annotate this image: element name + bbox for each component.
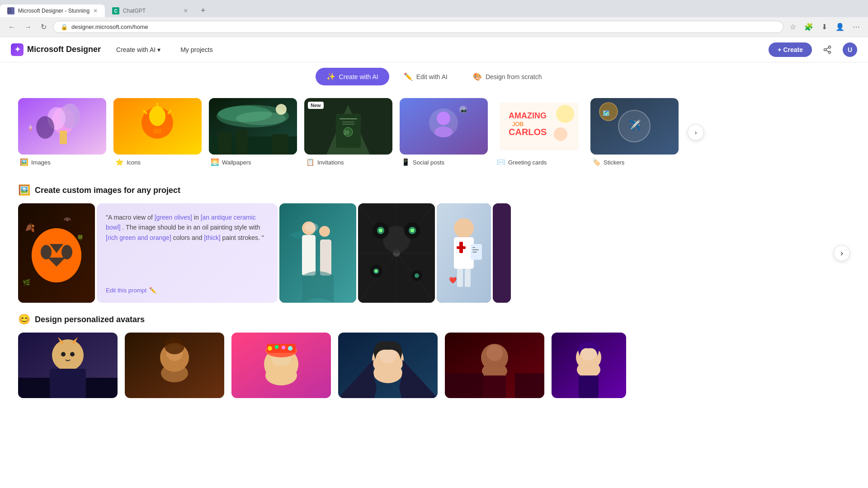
gallery-label-wallpapers: 🌅 Wallpapers bbox=[209, 155, 297, 166]
prompt-suffix: paint strokes. " bbox=[222, 234, 264, 241]
edit-prompt-button[interactable]: Edit this prompt ✏️ bbox=[106, 287, 269, 294]
tab-edit-ai[interactable]: ✏️ Edit with AI bbox=[393, 68, 458, 85]
address-bar[interactable]: 🔒 designer.microsoft.com/home bbox=[53, 21, 783, 33]
avatar-card-2[interactable] bbox=[125, 333, 224, 398]
tab-close-2[interactable]: ✕ bbox=[184, 8, 188, 14]
avatar-card-5[interactable] bbox=[445, 333, 544, 398]
avatar-section bbox=[0, 333, 868, 409]
svg-point-47 bbox=[556, 105, 574, 123]
extension-button[interactable]: 🧩 bbox=[802, 21, 816, 33]
svg-point-125 bbox=[275, 345, 278, 349]
gallery-icon-wallpapers: 🌅 bbox=[211, 158, 219, 166]
gallery-card-icons[interactable]: ⭐ Icons bbox=[113, 98, 202, 166]
reload-button[interactable]: ↻ bbox=[38, 21, 49, 33]
gallery-card-images[interactable]: 🍦 🖼️ Images bbox=[18, 98, 106, 166]
gallery-icon-images: 🖼️ bbox=[20, 158, 28, 166]
prompt-text: "A macro view of [green olives] in [an a… bbox=[106, 212, 269, 243]
prompt-card[interactable]: "A macro view of [green olives] in [an a… bbox=[97, 203, 278, 303]
gallery-text-images: Images bbox=[31, 159, 51, 166]
tab-close-1[interactable]: ✕ bbox=[93, 8, 98, 14]
svg-text:🍀: 🍀 bbox=[77, 234, 84, 241]
profile-button[interactable]: 👤 bbox=[833, 21, 847, 33]
download-button[interactable]: ⬇ bbox=[819, 21, 830, 33]
svg-text:🍦: 🍦 bbox=[27, 124, 34, 131]
svg-point-134 bbox=[486, 345, 503, 361]
svg-rect-98 bbox=[472, 247, 475, 248]
gallery-nav-right[interactable]: › bbox=[688, 124, 704, 141]
svg-point-56 bbox=[32, 228, 81, 282]
custom-img-couple[interactable] bbox=[279, 203, 356, 303]
gallery-card-wallpapers[interactable]: 🌅 Wallpapers bbox=[209, 98, 297, 166]
gallery-label-invitations: 📋 Invitations bbox=[304, 155, 392, 166]
gallery-text-invitations: Invitations bbox=[317, 159, 344, 166]
tab-create-ai-icon: ✨ bbox=[326, 72, 335, 81]
avatars-heading: 😊 Design personalized avatars bbox=[0, 303, 868, 333]
custom-img-spider[interactable] bbox=[358, 203, 435, 303]
svg-rect-95 bbox=[457, 269, 463, 287]
tab-favicon-designer: D bbox=[7, 7, 14, 14]
avatar-card-4[interactable] bbox=[338, 333, 438, 398]
gallery-card-invitations[interactable]: New 20 📋 Invitations bbox=[304, 98, 392, 166]
share-button[interactable] bbox=[819, 42, 835, 58]
nav-create-ai[interactable]: Create with AI ▾ bbox=[112, 43, 165, 56]
custom-img-doctor[interactable]: ❤️ bbox=[437, 203, 491, 303]
svg-point-23 bbox=[276, 104, 287, 115]
edit-prompt-icon: ✏️ bbox=[149, 287, 156, 294]
svg-text:JOB: JOB bbox=[512, 121, 524, 127]
svg-text:20: 20 bbox=[344, 130, 349, 135]
svg-rect-15 bbox=[153, 129, 161, 133]
avatar-card-3[interactable] bbox=[231, 333, 331, 398]
tab-create-ai-label: Create with AI bbox=[339, 73, 378, 80]
svg-point-60 bbox=[61, 245, 72, 259]
gallery-icon-invitations: 📋 bbox=[306, 158, 315, 166]
browser-tab-2[interactable]: C ChatGPT ✕ bbox=[105, 5, 195, 17]
browser-tab-1[interactable]: D Microsoft Designer - Stunning ✕ bbox=[0, 5, 105, 17]
gallery-card-stickers[interactable]: ✈️ 🗺️ 🏷️ Stickers bbox=[590, 98, 679, 166]
more-button[interactable]: ⋯ bbox=[850, 21, 863, 33]
browser-toolbar: ← → ↻ 🔒 designer.microsoft.com/home ☆ 🧩 … bbox=[0, 17, 868, 37]
forward-button[interactable]: → bbox=[22, 21, 34, 33]
avatar-card-6[interactable] bbox=[552, 333, 626, 398]
user-avatar[interactable]: U bbox=[843, 42, 857, 57]
svg-text:🌿: 🌿 bbox=[23, 279, 31, 286]
nav-my-projects-label: My projects bbox=[180, 46, 213, 53]
svg-rect-137 bbox=[445, 373, 483, 398]
gallery-label-icons: ⭐ Icons bbox=[113, 155, 202, 166]
back-button[interactable]: ← bbox=[5, 21, 18, 33]
tab-create-ai[interactable]: ✨ Create with AI bbox=[316, 68, 389, 85]
svg-point-10 bbox=[36, 116, 54, 139]
app-logo[interactable]: ✦ Microsoft Designer bbox=[11, 43, 101, 56]
gallery-icon-greeting: ✉️ bbox=[497, 158, 505, 166]
bookmark-star-button[interactable]: ☆ bbox=[787, 21, 799, 33]
svg-rect-71 bbox=[305, 223, 318, 232]
svg-rect-138 bbox=[515, 373, 544, 398]
prompt-mid1: in bbox=[194, 214, 201, 221]
custom-img-art[interactable] bbox=[493, 203, 511, 303]
gallery-img-placeholder-wallpapers bbox=[209, 98, 297, 155]
svg-text:❤️: ❤️ bbox=[449, 277, 457, 284]
gallery-section: 🍦 🖼️ Images bbox=[0, 91, 868, 174]
gallery-card-social[interactable]: 📷 📱 Social posts bbox=[400, 98, 488, 166]
svg-text:🍂: 🍂 bbox=[25, 223, 35, 233]
custom-img-pumpkin[interactable]: 🍂 🦇 🍀 🌿 bbox=[18, 203, 95, 303]
tab-design-scratch[interactable]: 🎨 Design from scratch bbox=[462, 68, 552, 85]
new-badge-invitations: New bbox=[308, 102, 324, 109]
new-tab-button[interactable]: + bbox=[195, 3, 211, 18]
gallery-card-greeting[interactable]: AMAZING JOB CARLOS ✉️ Greeting cards bbox=[495, 98, 583, 166]
svg-rect-99 bbox=[472, 249, 479, 250]
nav-create-ai-chevron: ▾ bbox=[157, 46, 160, 53]
svg-point-110 bbox=[70, 352, 75, 357]
tab-design-scratch-icon: 🎨 bbox=[473, 72, 482, 81]
custom-images-icon: 🖼️ bbox=[18, 184, 30, 196]
gallery-text-stickers: Stickers bbox=[604, 159, 624, 166]
svg-point-48 bbox=[554, 127, 567, 141]
svg-text:📷: 📷 bbox=[461, 107, 467, 113]
avatars-icon: 😊 bbox=[18, 314, 30, 325]
svg-point-121 bbox=[265, 366, 297, 385]
gallery-img-invitations: New 20 bbox=[304, 98, 392, 155]
nav-my-projects[interactable]: My projects bbox=[176, 43, 217, 56]
create-button[interactable]: + Create bbox=[769, 42, 812, 57]
avatar-row bbox=[18, 333, 850, 398]
custom-images-nav-right[interactable]: › bbox=[834, 245, 850, 261]
avatar-card-1[interactable] bbox=[18, 333, 118, 398]
